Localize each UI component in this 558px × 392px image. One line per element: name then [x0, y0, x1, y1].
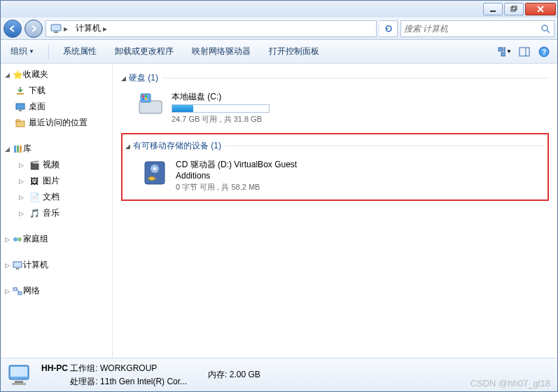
- preview-pane-button[interactable]: [517, 44, 532, 59]
- details-pane: HH-PC 工作组: WORKGROUP HH-PC 处理器: 11th Gen…: [1, 358, 557, 391]
- search-box[interactable]: [400, 20, 554, 37]
- computer-icon: [50, 23, 62, 34]
- sidebar-desktop[interactable]: 桌面: [1, 99, 112, 115]
- address-bar: ▸ 计算机 ▸: [1, 18, 557, 40]
- svg-rect-16: [17, 93, 24, 94]
- minimize-button[interactable]: [483, 3, 503, 15]
- svg-rect-22: [17, 146, 19, 153]
- organize-menu[interactable]: 组织 ▼: [6, 43, 39, 60]
- removable-section-header[interactable]: ◢有可移动存储的设备 (1): [125, 137, 545, 155]
- svg-rect-2: [512, 6, 517, 10]
- svg-text:?: ?: [542, 48, 547, 56]
- svg-rect-27: [16, 268, 19, 270]
- sidebar-computer[interactable]: ▷计算机: [1, 257, 112, 273]
- svg-rect-5: [51, 24, 61, 31]
- navigation-pane[interactable]: ◢⭐收藏夹 下载 桌面 最近访问的位置 ◢库 ▷🎬视频 ▷🖼图片 ▷📄文档 ▷🎵…: [1, 64, 113, 358]
- sidebar-network[interactable]: ▷网络: [1, 283, 112, 299]
- drive-c[interactable]: 本地磁盘 (C:) 24.7 GB 可用 , 共 31.8 GB: [121, 87, 549, 129]
- breadcrumb-computer[interactable]: 计算机 ▸: [73, 21, 112, 36]
- help-button[interactable]: ?: [536, 44, 552, 59]
- system-properties-button[interactable]: 系统属性: [59, 43, 101, 60]
- breadcrumb-root[interactable]: ▸: [48, 21, 73, 36]
- svg-rect-43: [12, 383, 26, 385]
- sidebar-libraries[interactable]: ◢库: [1, 141, 112, 157]
- svg-rect-33: [142, 95, 144, 97]
- collapse-icon: ◢: [5, 146, 12, 153]
- expand-icon: ▷: [19, 178, 26, 185]
- back-button[interactable]: [4, 20, 22, 38]
- toolbar: 组织 ▼ 系统属性 卸载或更改程序 映射网络驱动器 打开控制面板 ▼ ?: [1, 40, 557, 64]
- svg-rect-10: [504, 48, 505, 51]
- svg-rect-23: [20, 146, 22, 153]
- forward-button[interactable]: [25, 20, 43, 38]
- expand-icon: ▷: [19, 162, 26, 169]
- maximize-button[interactable]: [504, 3, 524, 15]
- sidebar-recent[interactable]: 最近访问的位置: [1, 115, 112, 131]
- sidebar-homegroup[interactable]: ▷家庭组: [1, 231, 112, 247]
- computer-icon: [6, 361, 34, 389]
- collapse-icon: ◢: [5, 71, 12, 78]
- svg-rect-1: [511, 7, 515, 11]
- svg-point-7: [542, 25, 547, 31]
- collapse-icon: ◢: [121, 75, 126, 82]
- sidebar-downloads[interactable]: 下载: [1, 83, 112, 99]
- expand-icon: ▷: [19, 210, 26, 217]
- sidebar-pictures[interactable]: ▷🖼图片: [1, 173, 112, 189]
- control-panel-button[interactable]: 打开控制面板: [265, 43, 323, 60]
- network-icon: [12, 286, 23, 297]
- expand-icon: ▷: [19, 194, 26, 201]
- expand-icon: ▷: [5, 288, 12, 295]
- hdd-section-header[interactable]: ◢硬盘 (1): [121, 69, 549, 87]
- drive-cd[interactable]: CD 驱动器 (D:) VirtualBox Guest Additions 0…: [125, 155, 545, 197]
- svg-line-8: [547, 30, 550, 33]
- window-titlebar: [1, 1, 557, 18]
- expand-icon: ▷: [5, 236, 12, 243]
- body: ◢⭐收藏夹 下载 桌面 最近访问的位置 ◢库 ▷🎬视频 ▷🖼图片 ▷📄文档 ▷🎵…: [1, 64, 557, 358]
- video-icon: 🎬: [29, 160, 40, 171]
- svg-rect-31: [139, 101, 162, 113]
- svg-point-24: [13, 237, 18, 241]
- svg-rect-11: [501, 52, 505, 56]
- computer-icon: [12, 260, 23, 271]
- content-pane: ◢硬盘 (1) 本地磁盘 (C:) 24.7 GB 可用 , 共 31.8 GB…: [113, 64, 557, 358]
- download-icon: [15, 85, 26, 97]
- recent-icon: [15, 118, 26, 129]
- chevron-down-icon: ▼: [29, 48, 34, 55]
- highlight-annotation: ◢有可移动存储的设备 (1) CD 驱动器 (D:) VirtualBox Gu…: [121, 133, 549, 201]
- svg-rect-18: [19, 110, 22, 111]
- homegroup-icon: [12, 234, 23, 245]
- svg-point-39: [153, 167, 156, 170]
- close-button[interactable]: [525, 3, 556, 15]
- svg-rect-9: [498, 48, 503, 51]
- drive-title: 本地磁盘 (C:): [172, 91, 270, 103]
- hdd-icon: [137, 91, 165, 119]
- svg-rect-20: [16, 120, 20, 122]
- document-icon: 📄: [29, 192, 40, 203]
- svg-rect-35: [142, 98, 144, 100]
- drive-info: 24.7 GB 可用 , 共 31.8 GB: [172, 114, 270, 125]
- sidebar-favorites[interactable]: ◢⭐收藏夹: [1, 66, 112, 83]
- space-bar: [172, 104, 270, 113]
- expand-icon: ▷: [5, 262, 12, 269]
- sidebar-music[interactable]: ▷🎵音乐: [1, 205, 112, 221]
- drive-info: 0 字节 可用 , 共 58.2 MB: [176, 182, 309, 192]
- svg-rect-42: [15, 381, 23, 383]
- svg-rect-28: [13, 288, 17, 290]
- star-icon: ⭐: [12, 69, 23, 80]
- uninstall-programs-button[interactable]: 卸载或更改程序: [111, 43, 178, 60]
- svg-rect-6: [54, 31, 58, 33]
- svg-rect-21: [14, 146, 16, 153]
- chevron-right-icon: ▸: [62, 24, 70, 34]
- sidebar-documents[interactable]: ▷📄文档: [1, 189, 112, 205]
- map-network-drive-button[interactable]: 映射网络驱动器: [188, 43, 255, 60]
- collapse-icon: ◢: [125, 143, 130, 150]
- svg-point-25: [18, 237, 22, 241]
- svg-rect-36: [145, 98, 147, 100]
- search-input[interactable]: [404, 24, 540, 34]
- sidebar-videos[interactable]: ▷🎬视频: [1, 157, 112, 173]
- library-icon: [12, 144, 23, 155]
- music-icon: 🎵: [29, 208, 40, 219]
- view-options-button[interactable]: ▼: [497, 44, 512, 59]
- breadcrumb[interactable]: ▸ 计算机 ▸: [46, 20, 377, 37]
- refresh-button[interactable]: [379, 20, 398, 37]
